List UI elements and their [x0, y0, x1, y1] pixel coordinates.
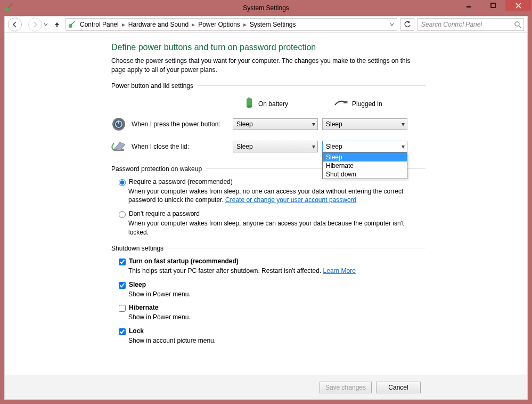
history-dropdown-icon[interactable] — [42, 22, 50, 27]
svg-point-11 — [247, 106, 252, 108]
up-button[interactable] — [52, 21, 62, 28]
chevron-down-icon: ▾ — [402, 120, 405, 128]
minimize-button[interactable] — [456, 0, 481, 11]
desc-sleep: Show in Power menu. — [128, 290, 425, 299]
svg-point-6 — [69, 24, 72, 28]
chevron-right-icon: ▸ — [242, 21, 248, 28]
chevron-right-icon: ▸ — [191, 21, 196, 28]
forward-button[interactable] — [28, 18, 42, 31]
label-require-password: Require a password (recommended) — [129, 178, 233, 185]
power-button-icon — [111, 117, 126, 132]
dropdown-lid-plugged: Sleep Hibernate Shut down — [322, 152, 407, 179]
column-on-battery: On battery — [233, 95, 318, 113]
svg-point-0 — [5, 7, 9, 12]
maximize-button[interactable] — [481, 0, 505, 11]
svg-rect-10 — [247, 99, 252, 107]
dropdown-option-sleep[interactable]: Sleep — [323, 153, 407, 161]
group-power-button-lid: Power button and lid settings On battery — [111, 82, 425, 158]
select-lid-battery[interactable]: Sleep ▾ — [233, 141, 318, 152]
row-label-power-button: When I press the power button: — [132, 120, 220, 128]
checkbox-sleep[interactable] — [119, 282, 126, 289]
back-button[interactable] — [8, 18, 22, 31]
desc-hibernate: Show in Power menu. — [128, 313, 425, 322]
label-lock: Lock — [129, 327, 144, 335]
checkbox-lock[interactable] — [119, 328, 126, 335]
search-input[interactable] — [418, 19, 523, 30]
page-title: Define power buttons and turn on passwor… — [111, 43, 425, 52]
link-learn-more[interactable]: Learn More — [323, 267, 356, 274]
svg-rect-13 — [343, 101, 347, 103]
lid-icon — [111, 139, 126, 154]
battery-icon — [244, 96, 254, 111]
window-controls — [456, 0, 532, 16]
address-icon — [66, 20, 78, 29]
breadcrumb-root[interactable]: Control Panel — [78, 19, 121, 30]
checkbox-fast-startup[interactable] — [119, 258, 126, 265]
svg-point-7 — [515, 22, 519, 26]
breadcrumb-level3[interactable]: System Settings — [248, 19, 298, 30]
toolbar: Control Panel ▸ Hardware and Sound ▸ Pow… — [4, 16, 528, 33]
chevron-down-icon: ▾ — [312, 120, 315, 128]
desc-fast-startup: This helps start your PC faster after sh… — [128, 267, 323, 274]
address-dropdown-icon[interactable] — [387, 19, 397, 30]
select-power-plugged[interactable]: Sleep ▾ — [322, 118, 407, 130]
refresh-button[interactable] — [400, 18, 414, 31]
desc-lock: Show in account picture menu. — [128, 336, 425, 345]
plug-icon — [334, 99, 348, 109]
breadcrumb-level1[interactable]: Hardware and Sound — [126, 19, 191, 30]
save-button[interactable]: Save changes — [320, 382, 372, 393]
select-power-battery[interactable]: Sleep ▾ — [233, 118, 318, 130]
label-sleep: Sleep — [129, 281, 146, 288]
desc-no-password: When your computer wakes from sleep, any… — [128, 219, 425, 237]
link-change-password[interactable]: Create or change your user account passw… — [225, 196, 356, 204]
svg-rect-12 — [248, 98, 250, 99]
group-header-shutdown: Shutdown settings — [111, 245, 163, 252]
search-icon — [514, 21, 521, 30]
page-description: Choose the power settings that you want … — [111, 56, 425, 75]
chevron-right-icon: ▸ — [121, 21, 126, 28]
cancel-button[interactable]: Cancel — [376, 382, 421, 393]
label-hibernate: Hibernate — [129, 304, 158, 311]
group-shutdown-settings: Shutdown settings Turn on fast startup (… — [111, 245, 425, 345]
search-box[interactable] — [418, 18, 524, 31]
radio-require-password[interactable] — [119, 179, 126, 186]
content-area: Define power buttons and turn on passwor… — [4, 33, 528, 400]
dropdown-option-hibernate[interactable]: Hibernate — [323, 161, 407, 170]
radio-no-password[interactable] — [119, 211, 126, 218]
checkbox-hibernate[interactable] — [119, 305, 126, 312]
row-label-lid: When I close the lid: — [132, 143, 189, 150]
close-button[interactable] — [505, 0, 531, 11]
svg-point-1 — [11, 4, 12, 5]
app-icon — [3, 3, 14, 13]
column-plugged-in: Plugged in — [322, 95, 407, 113]
dropdown-option-shutdown[interactable]: Shut down — [323, 170, 407, 179]
address-bar[interactable]: Control Panel ▸ Hardware and Sound ▸ Pow… — [66, 18, 397, 31]
svg-line-8 — [519, 26, 521, 28]
footer-bar: Save changes Cancel — [5, 375, 527, 399]
title-bar: System Settings — [0, 0, 532, 16]
window-title: System Settings — [0, 4, 532, 12]
window-root: System Settings — [0, 0, 532, 404]
group-header-password: Password protection on wakeup — [111, 165, 202, 173]
svg-rect-3 — [491, 3, 495, 7]
breadcrumb-level2[interactable]: Power Options — [196, 19, 242, 30]
chevron-down-icon: ▾ — [402, 143, 405, 150]
label-no-password: Don't require a password — [129, 210, 200, 217]
group-header-power: Power button and lid settings — [111, 82, 193, 90]
select-lid-plugged[interactable]: Sleep ▾ Sleep Hibernate Shut down — [322, 141, 407, 152]
chevron-down-icon: ▾ — [312, 143, 315, 150]
label-fast-startup: Turn on fast startup (recommended) — [129, 257, 239, 265]
